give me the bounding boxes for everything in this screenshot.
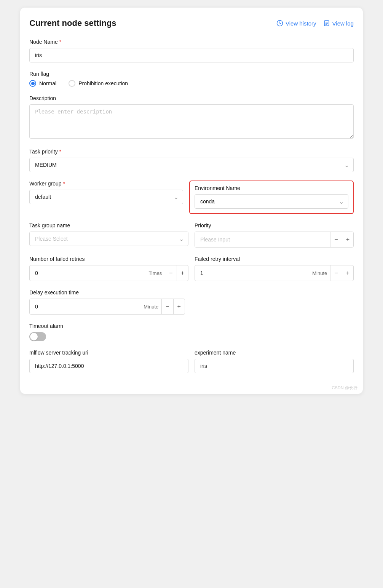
failed-retry-interval-label: Failed retry interval bbox=[195, 256, 354, 262]
failed-retry-interval-plus-button[interactable]: + bbox=[342, 265, 353, 281]
node-name-label: Node Name * bbox=[29, 39, 354, 45]
task-group-name-label: Task group name bbox=[29, 222, 188, 228]
experiment-name-input[interactable] bbox=[195, 359, 354, 373]
priority-plus-button[interactable]: + bbox=[342, 232, 353, 247]
page-title: Current node settings bbox=[29, 18, 116, 28]
view-log-label: View log bbox=[332, 20, 354, 27]
task-group-name-col: Task group name Please Select ⌄ bbox=[29, 222, 188, 248]
failed-retries-plus-button[interactable]: + bbox=[177, 265, 188, 281]
worker-group-col: Worker group * default ⌄ bbox=[29, 181, 183, 214]
experiment-name-label: experiment name bbox=[195, 350, 354, 356]
task-priority-required: * bbox=[59, 149, 61, 155]
toggle-knob bbox=[30, 333, 38, 340]
task-priority-label: Task priority * bbox=[29, 149, 354, 155]
failed-retry-interval-unit: Minute bbox=[309, 270, 330, 276]
environment-name-select-wrapper: conda ⌄ bbox=[195, 194, 348, 209]
task-priority-select-wrapper: MEDIUM HIGH LOW ⌄ bbox=[29, 158, 354, 172]
run-flag-label: Run flag bbox=[29, 71, 354, 77]
clock-icon bbox=[276, 20, 283, 27]
environment-name-col: Environment Name conda ⌄ bbox=[189, 181, 354, 214]
radio-prohibition[interactable]: Prohibition execution bbox=[69, 80, 128, 87]
worker-env-row: Worker group * default ⌄ Environment Nam… bbox=[29, 181, 354, 214]
radio-normal[interactable]: Normal bbox=[29, 80, 56, 87]
timeout-alarm-toggle[interactable] bbox=[29, 332, 46, 341]
priority-stepper: − + bbox=[195, 232, 354, 248]
delay-execution-stepper-wrapper: Minute − + bbox=[29, 299, 185, 315]
view-history-label: View history bbox=[286, 20, 316, 27]
node-name-input[interactable] bbox=[29, 48, 354, 62]
failed-retry-interval-minus-button[interactable]: − bbox=[330, 265, 342, 281]
failed-retry-interval-input[interactable] bbox=[195, 266, 309, 280]
failed-retries-input[interactable] bbox=[30, 266, 145, 280]
priority-label: Priority bbox=[195, 222, 354, 228]
delay-execution-minus-button[interactable]: − bbox=[161, 299, 173, 314]
timeout-alarm-label: Timeout alarm bbox=[29, 323, 354, 329]
failed-retry-interval-stepper: Minute − + bbox=[195, 265, 354, 281]
mlflow-label: mlflow server tracking uri bbox=[29, 350, 188, 356]
mlflow-input[interactable] bbox=[29, 359, 188, 373]
delay-execution-plus-button[interactable]: + bbox=[173, 299, 185, 314]
settings-card: Current node settings View history View … bbox=[20, 8, 363, 394]
worker-group-select[interactable]: default bbox=[29, 190, 183, 204]
delay-execution-unit: Minute bbox=[140, 304, 161, 310]
run-flag-radio-group: Normal Prohibition execution bbox=[29, 80, 354, 87]
description-label: Description bbox=[29, 95, 354, 101]
node-name-required: * bbox=[59, 39, 61, 45]
task-priority-section: Task priority * MEDIUM HIGH LOW ⌄ bbox=[29, 149, 354, 172]
view-log-button[interactable]: View log bbox=[323, 20, 354, 27]
priority-col: Priority − + bbox=[195, 222, 354, 248]
worker-group-required: * bbox=[63, 181, 65, 187]
card-header: Current node settings View history View … bbox=[29, 18, 354, 28]
environment-name-select[interactable]: conda bbox=[195, 194, 348, 209]
timeout-alarm-section: Timeout alarm bbox=[29, 323, 354, 341]
watermark: CSDN @长行 bbox=[332, 385, 357, 391]
node-name-section: Node Name * bbox=[29, 39, 354, 62]
failed-retries-unit: Times bbox=[145, 270, 165, 276]
radio-normal-circle bbox=[29, 80, 36, 87]
retries-row: Number of failed retries Times − + Faile… bbox=[29, 256, 354, 281]
task-priority-select[interactable]: MEDIUM HIGH LOW bbox=[29, 158, 354, 172]
environment-name-label: Environment Name bbox=[195, 185, 348, 191]
taskgroup-priority-row: Task group name Please Select ⌄ Priority… bbox=[29, 222, 354, 248]
failed-retry-interval-col: Failed retry interval Minute − + bbox=[195, 256, 354, 281]
delay-execution-stepper: Minute − + bbox=[29, 299, 185, 315]
mlflow-col: mlflow server tracking uri bbox=[29, 350, 188, 373]
priority-input[interactable] bbox=[195, 233, 330, 246]
priority-minus-button[interactable]: − bbox=[330, 232, 342, 247]
view-history-button[interactable]: View history bbox=[276, 20, 316, 27]
radio-prohibition-circle bbox=[69, 80, 75, 87]
failed-retries-minus-button[interactable]: − bbox=[165, 265, 176, 281]
worker-group-select-wrapper: default ⌄ bbox=[29, 190, 183, 204]
failed-retries-col: Number of failed retries Times − + bbox=[29, 256, 188, 281]
task-group-name-select-wrapper: Please Select ⌄ bbox=[29, 232, 188, 246]
header-actions: View history View log bbox=[276, 20, 354, 27]
delay-execution-label: Delay execution time bbox=[29, 289, 354, 296]
description-section: Description bbox=[29, 95, 354, 140]
worker-group-label: Worker group * bbox=[29, 181, 183, 187]
failed-retries-stepper: Times − + bbox=[29, 265, 188, 281]
mlflow-row: mlflow server tracking uri experiment na… bbox=[29, 350, 354, 373]
failed-retries-label: Number of failed retries bbox=[29, 256, 188, 262]
task-group-name-select[interactable]: Please Select bbox=[29, 232, 188, 246]
delay-execution-input[interactable] bbox=[30, 300, 140, 313]
description-textarea[interactable] bbox=[29, 104, 354, 139]
run-flag-section: Run flag Normal Prohibition execution bbox=[29, 71, 354, 87]
log-icon bbox=[323, 20, 330, 27]
delay-execution-section: Delay execution time Minute − + bbox=[29, 289, 354, 315]
experiment-name-col: experiment name bbox=[195, 350, 354, 373]
